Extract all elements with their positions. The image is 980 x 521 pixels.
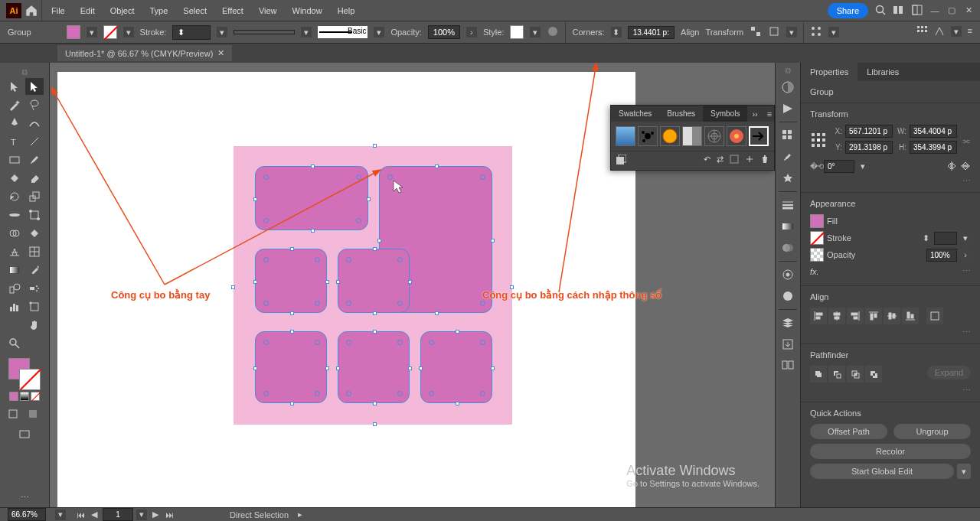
- tab-close-icon[interactable]: ✕: [217, 48, 224, 58]
- opacity-field[interactable]: [926, 249, 957, 262]
- x-input[interactable]: [845, 125, 893, 138]
- grid-icon[interactable]: [917, 26, 928, 38]
- menu-file[interactable]: File: [45, 3, 71, 18]
- offset-path-button[interactable]: Offset Path: [810, 424, 887, 439]
- rotation-dd[interactable]: ▾: [858, 161, 868, 172]
- symbol-1[interactable]: [616, 126, 635, 146]
- artboards-panel-icon[interactable]: [779, 357, 796, 374]
- symbol-4[interactable]: [682, 126, 702, 146]
- app-logo[interactable]: Ai: [6, 3, 21, 18]
- next-page-icon[interactable]: ▶: [150, 510, 161, 520]
- edit-toolbar-icon[interactable]: ⋯: [21, 493, 29, 503]
- artboard[interactable]: [234, 146, 512, 425]
- break-link-icon[interactable]: ⇄: [717, 155, 724, 167]
- first-page-icon[interactable]: ⏮: [75, 510, 86, 520]
- properties-tab[interactable]: Properties: [801, 63, 858, 81]
- minus-front-icon[interactable]: [828, 366, 845, 383]
- width-tool[interactable]: [5, 207, 24, 223]
- rotation-input[interactable]: [824, 160, 854, 173]
- minimize-button[interactable]: —: [929, 5, 940, 16]
- appearance-fill-swatch[interactable]: [810, 214, 824, 228]
- scale-tool[interactable]: [25, 188, 44, 205]
- stroke-dropdown[interactable]: ▾: [123, 27, 134, 37]
- last-page-icon[interactable]: ⏭: [164, 510, 175, 520]
- menu-object[interactable]: Object: [104, 3, 141, 18]
- appearance-more-icon[interactable]: ⋯: [962, 266, 971, 276]
- w-input[interactable]: [910, 125, 957, 138]
- symbol-5[interactable]: [704, 126, 724, 146]
- slice-tool[interactable]: [5, 317, 24, 334]
- rounded-rect-7[interactable]: [420, 331, 492, 403]
- free-transform-tool[interactable]: [25, 207, 44, 223]
- opacity-dd[interactable]: ›: [466, 27, 477, 37]
- transform-link[interactable]: Transform: [705, 28, 743, 37]
- maximize-button[interactable]: ▢: [946, 5, 957, 16]
- align-right-icon[interactable]: [847, 308, 864, 324]
- global-edit-dd[interactable]: ▾: [957, 464, 971, 479]
- zoom-dd[interactable]: ▾: [55, 510, 66, 520]
- status-menu-icon[interactable]: ▸: [298, 510, 302, 519]
- fx-label[interactable]: fx.: [810, 267, 819, 276]
- stroke-panel-icon[interactable]: [779, 197, 796, 213]
- var-width-profile[interactable]: [234, 30, 295, 34]
- fill-dropdown[interactable]: ▾: [87, 27, 97, 37]
- rounded-rect-1[interactable]: [255, 166, 368, 230]
- color-mode-swatches[interactable]: [9, 392, 40, 401]
- brushes-panel-icon[interactable]: [779, 148, 796, 165]
- align-top-icon[interactable]: [865, 308, 882, 324]
- mesh-tool[interactable]: [25, 243, 44, 260]
- draw-mode-behind[interactable]: [25, 407, 44, 424]
- stroke-weight-field[interactable]: [934, 232, 957, 245]
- stroke-weight-dd2[interactable]: ▾: [960, 233, 971, 243]
- line-tool[interactable]: [25, 133, 44, 150]
- search-icon[interactable]: [874, 4, 887, 18]
- pen-tool[interactable]: [5, 115, 24, 132]
- hand-tool[interactable]: [25, 317, 44, 334]
- align-more-icon[interactable]: ⋯: [962, 327, 971, 337]
- snap-icon[interactable]: [934, 26, 945, 38]
- artboard-dd[interactable]: ▾: [136, 510, 147, 520]
- libraries-tab[interactable]: Libraries: [858, 63, 908, 81]
- align-left-icon[interactable]: [810, 308, 827, 324]
- panel-menu-icon[interactable]: ≡: [763, 109, 775, 119]
- rectangle-tool[interactable]: [5, 151, 24, 168]
- curvature-tool[interactable]: [25, 115, 44, 132]
- recolor-button[interactable]: Recolor: [810, 444, 971, 459]
- stroke-weight-input[interactable]: ⬍: [172, 25, 211, 40]
- symbols-panel[interactable]: Swatches Brushes Symbols ›› ≡ ↶ ⇄: [610, 105, 775, 171]
- prefs-icon[interactable]: ≡: [968, 26, 972, 38]
- isolate-dd[interactable]: ▾: [786, 27, 797, 37]
- menu-window[interactable]: Window: [286, 3, 328, 18]
- brush-preview[interactable]: Basic: [318, 26, 368, 38]
- document-tab[interactable]: Untitled-1* @ 66.67 % (CMYK/Preview) ✕: [57, 45, 232, 61]
- edit-similar-icon[interactable]: [810, 25, 822, 39]
- style-dd[interactable]: ▾: [530, 27, 541, 37]
- ungroup-button[interactable]: Ungroup: [893, 424, 971, 439]
- symbol-sprayer-tool[interactable]: [25, 280, 44, 297]
- draw-mode-normal[interactable]: [5, 407, 24, 424]
- unite-icon[interactable]: [810, 366, 827, 383]
- color-guide-icon[interactable]: [779, 100, 796, 117]
- appearance-stroke-swatch[interactable]: [810, 231, 824, 245]
- var-width-dd[interactable]: ▾: [301, 27, 312, 37]
- align-to-icon[interactable]: [926, 308, 943, 324]
- stroke-weight-dd[interactable]: ▾: [217, 27, 227, 37]
- menu-effect[interactable]: Effect: [216, 3, 250, 18]
- menu-select[interactable]: Select: [177, 3, 213, 18]
- shaper-tool[interactable]: [5, 170, 24, 187]
- rounded-rect-5[interactable]: [255, 331, 327, 403]
- flip-vertical-icon[interactable]: [960, 161, 971, 173]
- symbols-tab[interactable]: Symbols: [703, 106, 747, 122]
- share-button[interactable]: Share: [828, 3, 868, 18]
- y-input[interactable]: [845, 141, 893, 154]
- symbol-arrow[interactable]: [749, 126, 769, 146]
- workspace-icon[interactable]: [911, 4, 923, 18]
- color-panel-icon[interactable]: [779, 79, 796, 96]
- h-input[interactable]: [910, 141, 957, 154]
- edit-similar-dd[interactable]: ▾: [828, 27, 839, 37]
- shape-builder-tool[interactable]: [5, 225, 24, 242]
- rounded-rect-4[interactable]: [338, 249, 410, 313]
- symbol-6[interactable]: [727, 126, 746, 146]
- fill-stroke-indicator[interactable]: [8, 358, 41, 390]
- zoom-tool[interactable]: [5, 335, 24, 352]
